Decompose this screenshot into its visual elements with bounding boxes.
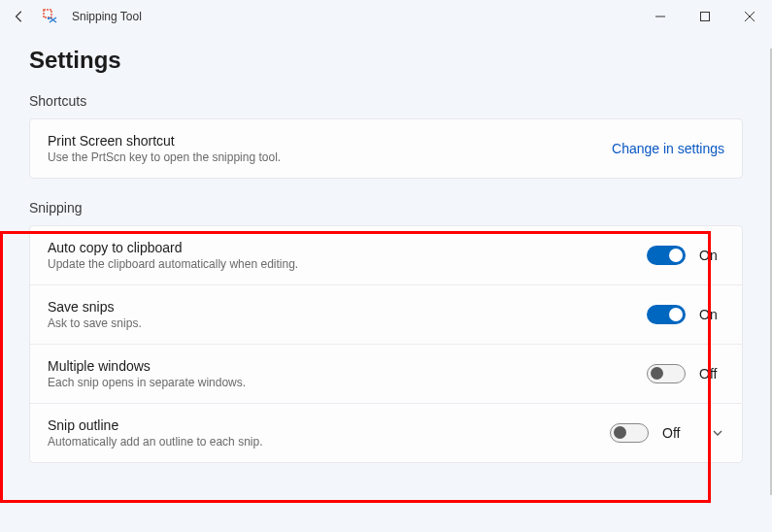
row-desc: Ask to save snips. [48, 316, 142, 330]
row-text: Multiple windowsEach snip opens in separ… [48, 358, 246, 389]
row-text: Print Screen shortcut Use the PrtScn key… [48, 133, 281, 164]
row-title: Auto copy to clipboard [48, 240, 298, 255]
row-text: Snip outlineAutomatically add an outline… [48, 417, 262, 449]
window: Snipping Tool Settings Shortcuts Print S… [0, 0, 772, 532]
close-icon [745, 12, 755, 21]
auto-copy-to-clipboard-row: Auto copy to clipboardUpdate the clipboa… [30, 226, 742, 284]
row-desc: Automatically add an outline to each sni… [48, 435, 262, 449]
row-title: Save snips [48, 299, 142, 315]
shortcuts-card: Print Screen shortcut Use the PrtScn key… [29, 118, 743, 179]
row-title: Print Screen shortcut [48, 133, 281, 149]
app-icon [43, 9, 58, 24]
app-title: Snipping Tool [72, 10, 142, 23]
toggle-state-label: On [699, 248, 724, 263]
maximize-icon [700, 12, 710, 21]
titlebar: Snipping Tool [0, 0, 772, 33]
row-right: On [647, 246, 724, 265]
row-desc: Update the clipboard automatically when … [48, 257, 298, 271]
section-label-shortcuts: Shortcuts [29, 93, 743, 109]
row-title: Multiple windows [48, 358, 246, 374]
arrow-left-icon [13, 10, 26, 23]
svg-rect-3 [701, 13, 710, 21]
row-text: Auto copy to clipboardUpdate the clipboa… [48, 240, 298, 271]
window-controls [638, 0, 772, 33]
row-right: On [647, 305, 724, 324]
row-right: Off [610, 423, 724, 443]
minimize-button[interactable] [638, 0, 683, 33]
chevron-down-icon[interactable] [711, 426, 724, 440]
snip-outline-row[interactable]: Snip outlineAutomatically add an outline… [30, 403, 742, 462]
snipping-card: Auto copy to clipboardUpdate the clipboa… [29, 225, 743, 463]
section-label-snipping: Snipping [29, 200, 743, 216]
save-snips-row: Save snipsAsk to save snips.On [30, 284, 742, 344]
minimize-icon [655, 12, 665, 21]
toggle-state-label: Off [662, 425, 688, 441]
svg-rect-0 [44, 10, 51, 17]
print-screen-shortcut-row: Print Screen shortcut Use the PrtScn key… [30, 119, 742, 178]
back-button[interactable] [10, 7, 29, 26]
save-snips-toggle[interactable] [647, 305, 686, 324]
row-text: Save snipsAsk to save snips. [48, 299, 142, 330]
titlebar-left: Snipping Tool [10, 7, 142, 26]
row-right: Off [647, 364, 724, 383]
row-right: Change in settings [612, 141, 724, 156]
change-in-settings-link[interactable]: Change in settings [612, 141, 724, 156]
content-area: Settings Shortcuts Print Screen shortcut… [0, 33, 772, 532]
toggle-state-label: Off [699, 366, 724, 382]
multiple-windows-row: Multiple windowsEach snip opens in separ… [30, 344, 742, 403]
row-desc: Each snip opens in separate windows. [48, 376, 246, 389]
snip-outline-toggle[interactable] [610, 423, 649, 443]
toggle-state-label: On [699, 307, 724, 322]
maximize-button[interactable] [683, 0, 727, 33]
row-title: Snip outline [48, 417, 262, 433]
auto-copy-to-clipboard-toggle[interactable] [647, 246, 686, 265]
page-title: Settings [29, 47, 743, 74]
row-desc: Use the PrtScn key to open the snipping … [48, 150, 281, 164]
close-button[interactable] [727, 0, 772, 33]
multiple-windows-toggle[interactable] [647, 364, 686, 383]
svg-point-1 [48, 17, 50, 19]
